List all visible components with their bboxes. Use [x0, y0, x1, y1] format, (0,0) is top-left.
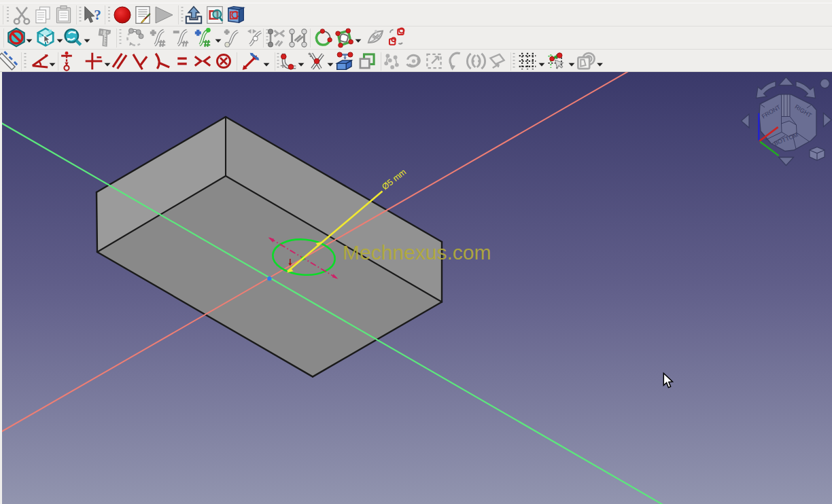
- svg-text:?: ?: [94, 7, 101, 23]
- svg-text:Mechnexus.com: Mechnexus.com: [343, 241, 491, 264]
